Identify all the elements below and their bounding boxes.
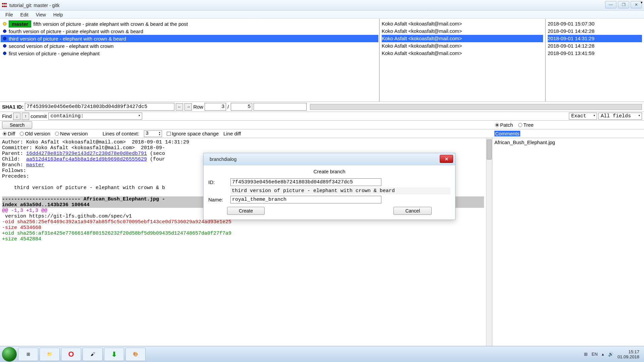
menu-view[interactable]: View (33, 11, 49, 18)
commit-author[interactable]: Koko Asfalt <kokoasfalt@mail.com> (382, 35, 543, 42)
dialog-close-button[interactable]: ✕ (440, 155, 453, 163)
tray-volume-icon[interactable]: 🔊 (608, 352, 613, 357)
dialog-id-label: ID: (208, 179, 227, 185)
parent-link[interactable]: 16dd4278e81b7929e143d27c230d78e0d8edb791 (26, 151, 147, 157)
tray-chevron-icon[interactable]: ▴ (602, 352, 604, 357)
row-extra-input[interactable] (254, 103, 307, 111)
context-label: Lines of context: (103, 131, 139, 136)
commit-row[interactable]: second version of picture - elephant wit… (1, 42, 378, 50)
task-grid-icon[interactable]: ⊞ (18, 348, 38, 361)
search-button[interactable]: Search (2, 121, 32, 129)
minimize-button[interactable]: — (605, 1, 616, 8)
commit-author[interactable]: Koko Asfalt <kokoasfalt@mail.com> (382, 50, 543, 57)
sha-filler-bar (310, 104, 642, 110)
commit-row[interactable]: fourth version of picture - pirate eleph… (1, 27, 378, 35)
radio-tree[interactable]: Tree (518, 122, 533, 128)
dialog-title-text: branchdialog (210, 157, 236, 162)
commit-dot-icon (3, 22, 6, 25)
branch-link[interactable]: master (26, 162, 44, 168)
search-row: Search (0, 121, 492, 129)
close-button[interactable]: ✕ (631, 1, 642, 8)
task-opera-icon[interactable]: O (61, 348, 81, 361)
row-current-input[interactable] (205, 103, 226, 111)
radio-new-version[interactable]: New version (55, 131, 88, 136)
find-containing-combo[interactable]: containing: (48, 113, 142, 120)
files-tabs: Patch Tree (492, 121, 644, 129)
commit-message: fifth version of picture - pirate elepha… (33, 21, 188, 27)
dialog-id-input[interactable] (230, 178, 381, 186)
commit-row[interactable]: masterfifth version of picture - pirate … (1, 20, 378, 27)
child-link[interactable]: aa512d4163eafc4a5b8a1de1d9b9698d26555629 (26, 157, 147, 162)
dialog-cancel-button[interactable]: Cancel (393, 207, 432, 215)
task-explorer-icon[interactable]: 📁 (40, 348, 60, 361)
commit-date[interactable]: 2018-09-01 14:12:28 (548, 42, 642, 50)
prev-commit-button[interactable]: ← (176, 103, 183, 111)
sha-label: SHA1 ID: (2, 104, 23, 110)
branch-dialog: branchdialog ✕ Create branch ID: third v… (203, 153, 455, 220)
find-match-combo[interactable]: Exact (569, 113, 597, 120)
commit-author-pane[interactable]: Koko Asfalt <kokoasfalt@mail.com>Koko As… (380, 19, 546, 102)
menu-edit[interactable]: Edit (17, 11, 32, 18)
commit-date[interactable]: 2018-09-01 14:42:28 (548, 27, 642, 35)
commit-author[interactable]: Koko Asfalt <kokoasfalt@mail.com> (382, 20, 543, 27)
commit-dot-icon (3, 52, 6, 55)
task-git-icon[interactable]: ⬇ (104, 348, 124, 361)
commit-graph-pane[interactable]: masterfifth version of picture - pirate … (0, 19, 380, 102)
commit-date-pane[interactable]: 2018-09-01 15:07:302018-09-01 14:42:2820… (546, 19, 644, 102)
files-list[interactable]: African_Bush_Elephant.jpg (492, 138, 644, 146)
diff-vscroll[interactable] (486, 138, 492, 351)
system-tray: ⊞ EN ▴ 🔊 15:17 01.09.2018 (584, 349, 642, 359)
commit-row[interactable]: first version of picture - genuine eleph… (1, 50, 378, 57)
menu-help[interactable]: Help (50, 11, 66, 18)
tray-lang[interactable]: EN (592, 352, 598, 357)
commit-author[interactable]: Koko Asfalt <kokoasfalt@mail.com> (382, 27, 543, 35)
radio-patch[interactable]: Patch (495, 122, 513, 128)
menu-file[interactable]: File (2, 11, 16, 18)
dialog-name-input[interactable] (230, 196, 381, 203)
line-diff-combo[interactable]: Line diff (223, 131, 273, 136)
dialog-body: Create branch ID: third version of pictu… (204, 165, 455, 220)
check-ignore-space[interactable]: Ignore space change (167, 131, 219, 136)
next-commit-button[interactable]: → (184, 103, 192, 111)
dialog-titlebar[interactable]: branchdialog ✕ (204, 153, 455, 165)
row-label: Row (193, 104, 203, 110)
context-spinner[interactable]: 3 ▲▼ (144, 130, 162, 137)
file-item[interactable]: African_Bush_Elephant.jpg (494, 139, 642, 145)
gitk-icon (2, 3, 7, 8)
row-total-input[interactable] (231, 103, 252, 111)
find-next-button[interactable]: ↓ (13, 113, 20, 120)
task-editor-icon[interactable]: 🖌 (83, 348, 103, 361)
commit-message: second version of picture - elephant wit… (9, 43, 114, 49)
commit-author[interactable]: Koko Asfalt <kokoasfalt@mail.com> (382, 42, 543, 50)
commit-message: third version of picture - elephant with… (9, 36, 126, 42)
menubar: File Edit View Help (0, 11, 644, 19)
files-pane: African_Bush_Elephant.jpg (492, 138, 644, 351)
sha-row: SHA1 ID: ← → Row / (0, 102, 644, 112)
tray-grid-icon[interactable]: ⊞ (584, 352, 588, 357)
radio-old-version[interactable]: Old version (20, 131, 50, 136)
start-button[interactable] (2, 347, 17, 362)
taskbar: ⊞ 📁 O 🖌 ⬇ 🎨 ⊞ EN ▴ 🔊 15:17 01.09.2018 (0, 346, 644, 362)
find-prev-button[interactable]: ↑ (22, 113, 29, 120)
titlebar: tutorial_git: master - gitk — ❐ ✕ (0, 0, 644, 11)
commit-message: fourth version of picture - pirate eleph… (9, 28, 143, 34)
commit-dot-icon (3, 44, 6, 48)
maximize-button[interactable]: ❐ (618, 1, 629, 8)
find-row: Find ↓ ↑ commit containing: Exact All fi… (0, 112, 644, 121)
task-paint-icon[interactable]: 🎨 (125, 348, 146, 361)
files-comments[interactable]: Comments (494, 131, 520, 136)
commit-panes: masterfifth version of picture - pirate … (0, 19, 644, 102)
commit-date[interactable]: 2018-09-01 15:07:30 (548, 20, 642, 27)
commit-date[interactable]: 2018-09-01 13:41:59 (548, 50, 642, 57)
dialog-commit-desc: third version of picture - elephant with… (230, 187, 450, 194)
dialog-create-button[interactable]: Create (227, 207, 265, 215)
commit-date[interactable]: 2018-09-01 14:31:29 (548, 35, 642, 42)
window-title: tutorial_git: master - gitk (9, 3, 59, 8)
dialog-heading: Create branch (208, 169, 450, 174)
commit-row[interactable]: third version of picture - elephant with… (1, 35, 378, 42)
find-fields-combo[interactable]: All fields (598, 113, 642, 120)
sha-input[interactable] (25, 103, 174, 111)
radio-diff[interactable]: Diff (3, 131, 15, 136)
tray-clock[interactable]: 15:17 01.09.2018 (618, 349, 639, 359)
dialog-name-label: Name: (208, 197, 227, 202)
